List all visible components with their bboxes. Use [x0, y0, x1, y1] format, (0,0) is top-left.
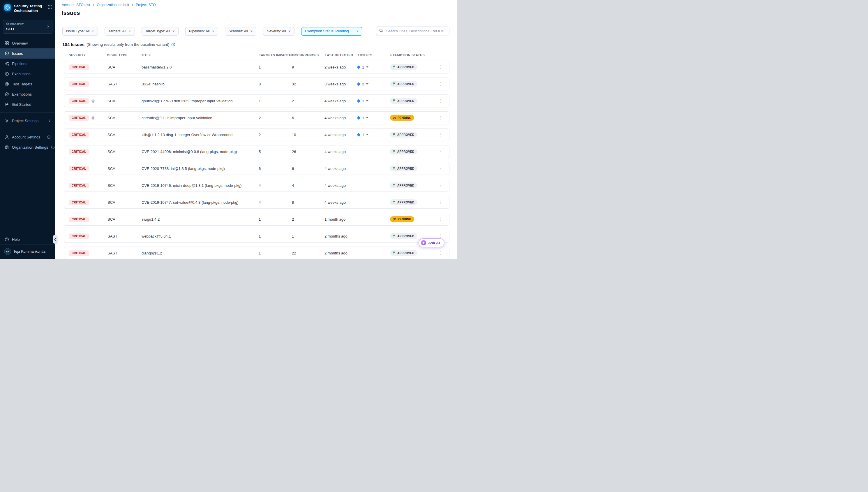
sidebar: Security Testing Orchestration PROJECT S… [0, 0, 55, 259]
chevron-right-icon [49, 119, 51, 122]
issue-title-cell[interactable]: B324: hashlib [141, 82, 259, 86]
sidebar-item-executions[interactable]: Executions [0, 69, 55, 79]
sidebar-item-account-settings[interactable]: Account Settings [0, 132, 55, 142]
breadcrumb-account[interactable]: Account: STO test [62, 3, 90, 7]
issue-row[interactable]: CRITICAL SAST webpack@5.64.1 1 1 2 month… [64, 230, 449, 243]
issue-title-cell[interactable]: gnutls28@3.7.9-2+deb12u5: Improper Input… [141, 99, 259, 103]
filter-severity[interactable]: Severity: All [263, 27, 294, 35]
targets-impacted-cell: 2 [259, 132, 292, 137]
ticket-chip[interactable]: 1 [358, 116, 368, 120]
sidebar-item-test-targets[interactable]: Test Targets [0, 79, 55, 89]
targets-impacted-cell: 4 [259, 183, 292, 188]
issue-row[interactable]: CRITICAL SCA gnutls28@3.7.9-2+deb12u5: I… [64, 94, 449, 107]
sidebar-header: Security Testing Orchestration [0, 0, 55, 16]
row-menu-button[interactable]: ⋮ [437, 200, 445, 205]
issue-type-cell: SCA [107, 217, 141, 222]
last-detected-cell: 4 weeks ago [324, 149, 358, 154]
occurrences-cell: 6 [292, 116, 324, 120]
issue-row[interactable]: CRITICAL SCA bassmaster//1.2.0 1 9 2 wee… [64, 60, 449, 73]
actions-cell: ⋮ [437, 98, 445, 103]
info-icon[interactable] [171, 43, 175, 47]
pending-eye-icon [393, 218, 396, 221]
ticket-chip[interactable]: 1 [358, 65, 368, 69]
sidebar-item-help[interactable]: Help [0, 234, 55, 245]
sidebar-item-pipelines[interactable]: Pipelines [0, 58, 55, 69]
chevron-down-icon [173, 31, 175, 32]
sidebar-collapse-button[interactable] [53, 235, 57, 244]
project-selector[interactable]: PROJECT STO [3, 20, 52, 34]
page-title: Issues [62, 9, 449, 16]
last-detected-cell: 4 weeks ago [324, 116, 358, 120]
row-menu-button[interactable]: ⋮ [437, 250, 445, 255]
issue-row[interactable]: CRITICAL SCA CVE-2021-44906: minimist@0.… [64, 145, 449, 158]
breadcrumb-organization[interactable]: Organization: default [97, 3, 129, 7]
last-detected-cell: 4 weeks ago [324, 167, 358, 171]
results-summary: 104 Issues (Showing results only from th… [55, 36, 457, 47]
breadcrumb-project[interactable]: Project: STO [136, 3, 156, 7]
exemption-status-cell: APPROVED [390, 233, 436, 239]
issue-title-cell[interactable]: webpack@5.64.1 [141, 234, 259, 239]
tickets-cell: 1 [358, 132, 390, 137]
filter-pipelines[interactable]: Pipelines: All [185, 27, 218, 35]
occurrences-cell: 2 [292, 217, 324, 222]
ticket-chip[interactable]: 2 [358, 82, 368, 86]
issue-title-cell[interactable]: zlib@1:1.2.13.dfsg-1: Integer Overflow o… [141, 132, 259, 137]
filter-exemption-status[interactable]: Exemption Status: Pending +1 [301, 27, 363, 35]
issue-title-cell[interactable]: swig//1.4.2 [141, 217, 259, 222]
sidebar-item-overview[interactable]: Overview [0, 38, 55, 48]
breadcrumb: Account: STO test Organization: default … [62, 3, 449, 7]
ask-ai-button[interactable]: Ask AI [419, 239, 444, 247]
chevron-down-icon [288, 31, 291, 32]
app-switcher-icon[interactable] [48, 5, 52, 10]
row-menu-button[interactable]: ⋮ [437, 132, 445, 137]
layers-icon [91, 99, 95, 103]
issue-title-cell[interactable]: CVE-2020-7788: ini@1.3.5 (lang-pkgs, nod… [141, 167, 259, 171]
issue-title-cell[interactable]: CVE-2021-44906: minimist@0.0.8 (lang-pkg… [141, 149, 259, 154]
row-menu-button[interactable]: ⋮ [437, 149, 445, 154]
filter-issue-type[interactable]: Issue Type: All [62, 27, 98, 35]
issue-type-cell: SCA [107, 149, 141, 154]
filter-targets[interactable]: Targets: All [105, 27, 135, 35]
actions-cell: ⋮ [437, 250, 445, 255]
ticket-chip[interactable]: 1 [358, 132, 368, 137]
row-menu-button[interactable]: ⋮ [437, 98, 445, 103]
sidebar-item-project-settings[interactable]: Project Settings [0, 116, 55, 126]
user-profile[interactable]: TK Teja Kummarikuntla [0, 245, 55, 259]
issue-title-cell[interactable]: CVE-2019-10746: mixin-deep@1.3.1 (lang-p… [141, 183, 259, 188]
chevron-down-icon [366, 67, 368, 68]
issue-title-cell[interactable]: bassmaster//1.2.0 [141, 65, 259, 69]
issue-title-cell[interactable]: django@1.2 [141, 251, 259, 255]
sidebar-item-get-started[interactable]: Get Started [0, 99, 55, 109]
exemption-status-cell: APPROVED [390, 149, 436, 154]
filter-target-type[interactable]: Target Type: All [141, 27, 179, 35]
issue-row[interactable]: CRITICAL SCA CVE-2019-10747: set-value@0… [64, 196, 449, 209]
search-input[interactable] [386, 29, 446, 33]
exemption-status-cell: APPROVED [390, 166, 436, 171]
issue-title-cell[interactable]: CVE-2019-10747: set-value@0.4.3 (lang-pk… [141, 200, 259, 205]
issue-row[interactable]: CRITICAL SAST B324: hashlib 8 32 3 weeks… [64, 77, 449, 90]
issue-row[interactable]: CRITICAL SCA zlib@1:1.2.13.dfsg-1: Integ… [64, 128, 449, 141]
issue-row[interactable]: CRITICAL SAST django@1.2 1 22 2 months a… [64, 247, 449, 259]
sidebar-item-organization-settings[interactable]: Organization Settings [0, 142, 55, 152]
row-menu-button[interactable]: ⋮ [437, 217, 445, 222]
row-menu-button[interactable]: ⋮ [437, 233, 445, 239]
issue-row[interactable]: CRITICAL SCA CVE-2019-10746: mixin-deep@… [64, 179, 449, 192]
row-menu-button[interactable]: ⋮ [437, 81, 445, 87]
row-menu-button[interactable]: ⋮ [437, 166, 445, 171]
issue-row[interactable]: CRITICAL SCA CVE-2020-7788: ini@1.3.5 (l… [64, 162, 449, 175]
row-menu-button[interactable]: ⋮ [437, 183, 445, 188]
issue-title-cell[interactable]: coreutils@9.1-1: Improper Input Validati… [141, 116, 259, 120]
sidebar-item-exemptions[interactable]: Exemptions [0, 89, 55, 99]
ticket-chip[interactable]: 1 [358, 99, 368, 103]
last-detected-cell: 2 months ago [324, 234, 358, 239]
column-header-tickets: TICKETS [358, 53, 390, 57]
severity-badge: CRITICAL [69, 233, 89, 239]
project-cube-icon [6, 22, 9, 26]
row-menu-button[interactable]: ⋮ [437, 65, 445, 70]
filter-scanner[interactable]: Scanner: All [225, 27, 257, 35]
issue-row[interactable]: CRITICAL SCA coreutils@9.1-1: Improper I… [64, 111, 449, 124]
row-menu-button[interactable]: ⋮ [437, 115, 445, 120]
targets-impacted-cell: 5 [259, 149, 292, 154]
issue-row[interactable]: CRITICAL SCA swig//1.4.2 1 2 1 month ago… [64, 213, 449, 226]
sidebar-item-issues[interactable]: Issues [0, 48, 55, 58]
